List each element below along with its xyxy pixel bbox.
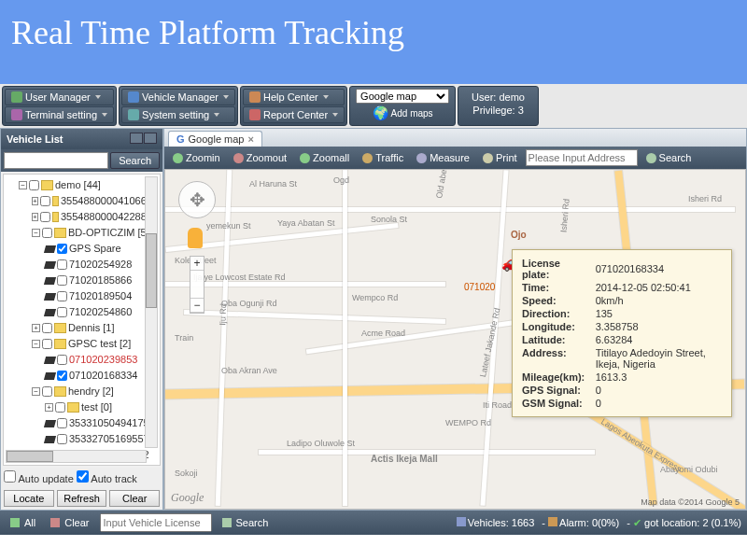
node-checkbox[interactable]: [42, 323, 52, 333]
tree-item[interactable]: Dennis [1]: [68, 320, 115, 336]
measure-button[interactable]: Measure: [412, 150, 474, 165]
add-maps-label: Add maps: [391, 108, 433, 119]
vehicle-search-input[interactable]: [4, 152, 108, 169]
close-panel-button[interactable]: [144, 133, 157, 144]
tree-hscrollbar[interactable]: [6, 450, 147, 463]
zoomout-icon: [233, 153, 244, 163]
tree-item-selected[interactable]: 071020168334: [69, 368, 137, 384]
node-checkbox[interactable]: [57, 371, 67, 381]
node-checkbox[interactable]: [40, 196, 50, 206]
node-checkbox[interactable]: [55, 402, 65, 413]
info-time: 2014-12-05 02:50:41: [596, 282, 722, 293]
node-checkbox[interactable]: [57, 307, 67, 317]
toggle-icon[interactable]: +: [32, 324, 40, 332]
tree-item[interactable]: 71020254860: [69, 304, 132, 320]
tree-item[interactable]: hendry [2]: [68, 384, 114, 399]
user-manager-button[interactable]: User Manager: [5, 89, 114, 105]
node-checkbox[interactable]: [57, 418, 67, 428]
tree-item[interactable]: GPS Spare: [69, 241, 121, 257]
road-label: Acme Road: [361, 329, 405, 338]
node-checkbox[interactable]: [57, 355, 67, 365]
vehicle-search-button[interactable]: Search: [110, 152, 160, 169]
toggle-icon[interactable]: −: [32, 340, 40, 348]
auto-track-checkbox[interactable]: [77, 470, 89, 483]
license-search-button[interactable]: Search: [218, 515, 274, 530]
node-checkbox[interactable]: [42, 339, 52, 349]
globe-icon: 🌍: [373, 105, 388, 120]
add-maps-button[interactable]: 🌍Add maps: [373, 105, 433, 120]
toggle-icon[interactable]: −: [19, 181, 27, 189]
system-setting-button[interactable]: System setting: [121, 106, 235, 123]
tab-close-button[interactable]: ×: [248, 133, 254, 145]
report-center-label: Report Center: [263, 109, 328, 120]
tree-vscrollbar[interactable]: [145, 176, 158, 448]
toggle-icon[interactable]: +: [32, 213, 38, 221]
tree-item[interactable]: 353310504941754: [69, 415, 155, 431]
report-center-button[interactable]: Report Center: [243, 106, 345, 123]
road-label: Sonola St: [371, 215, 407, 224]
node-checkbox[interactable]: [57, 291, 67, 301]
toggle-icon[interactable]: +: [45, 403, 53, 412]
zoomin-button[interactable]: Zoomin: [168, 150, 225, 165]
refresh-button[interactable]: Refresh: [57, 490, 107, 507]
address-input[interactable]: [526, 149, 638, 166]
vehicle-info-popup: License plate:071020168334 Time:2014-12-…: [512, 249, 732, 417]
address-search-button[interactable]: Search: [641, 150, 697, 165]
tree-item[interactable]: 71020189504: [69, 288, 132, 304]
terminal-icon: [11, 109, 22, 120]
node-checkbox[interactable]: [42, 228, 52, 238]
traffic-button[interactable]: Traffic: [358, 150, 408, 165]
tree-item[interactable]: 071020239853: [69, 352, 137, 368]
node-checkbox[interactable]: [57, 259, 67, 270]
help-center-button[interactable]: Help Center: [243, 89, 345, 105]
license-search-input[interactable]: [100, 513, 212, 532]
node-checkbox[interactable]: [29, 180, 39, 190]
road-label: Yaya Abatan St: [277, 218, 334, 228]
vehicles-icon: [457, 517, 466, 526]
zoom-minus[interactable]: −: [190, 299, 204, 313]
road-label: Al Haruna St: [249, 179, 297, 189]
node-checkbox[interactable]: [57, 275, 67, 286]
device-icon: [44, 436, 56, 443]
collapse-button[interactable]: [130, 133, 143, 144]
select-all-button[interactable]: All: [6, 515, 40, 530]
tree-item[interactable]: 71020254928: [69, 257, 132, 273]
auto-update-checkbox[interactable]: [4, 470, 16, 483]
map-tab[interactable]: G Google map ×: [168, 131, 262, 147]
tree-item[interactable]: 353327051695578: [69, 431, 155, 447]
zoomall-button[interactable]: Zoomall: [295, 150, 354, 165]
zoom-plus[interactable]: +: [190, 257, 204, 271]
map-type-select[interactable]: Google map: [356, 89, 449, 104]
zoom-control[interactable]: +−: [190, 256, 204, 314]
node-checkbox[interactable]: [40, 212, 50, 222]
sidebar-buttons: Locate Refresh Clear: [1, 487, 162, 510]
tree-item[interactable]: 71020185866: [69, 273, 132, 288]
pegman-icon[interactable]: [188, 228, 203, 248]
node-checkbox[interactable]: [57, 434, 67, 444]
vehicle-manager-label: Vehicle Manager: [142, 91, 218, 103]
locate-button[interactable]: Locate: [4, 490, 54, 507]
toggle-icon[interactable]: +: [32, 197, 38, 205]
vehicle-manager-button[interactable]: Vehicle Manager: [121, 89, 235, 105]
tree-item-demo[interactable]: demo [44]: [55, 177, 101, 193]
clear-all-button[interactable]: Clear: [46, 515, 93, 530]
tree-item[interactable]: test [0]: [81, 399, 112, 415]
vehicle-tree[interactable]: −demo [44] +355488000041066 [1 +35548800…: [3, 174, 161, 466]
report-icon: [249, 109, 261, 120]
tree-item[interactable]: 355488000041066 [1: [61, 193, 158, 209]
node-checkbox[interactable]: [57, 244, 67, 254]
toggle-icon[interactable]: −: [32, 229, 40, 237]
print-button[interactable]: Print: [478, 150, 522, 165]
node-checkbox[interactable]: [42, 386, 52, 397]
tree-item[interactable]: GPSC test [2]: [68, 336, 131, 352]
map-canvas[interactable]: Al Haruna St Ogd Yaya Abatan St Sonola S…: [164, 169, 746, 510]
tree-item[interactable]: 355488000042288 [1: [61, 209, 158, 225]
clear-button[interactable]: Clear: [109, 490, 160, 507]
pan-control[interactable]: [178, 181, 216, 218]
toggle-icon[interactable]: −: [32, 387, 40, 396]
zoomout-button[interactable]: Zoomout: [229, 150, 291, 165]
zoomall-icon: [300, 153, 310, 163]
user-icon: [11, 91, 22, 103]
tree-item[interactable]: BD-OPTICZIM [5]: [68, 225, 149, 241]
terminal-setting-button[interactable]: Terminal setting: [5, 106, 114, 123]
